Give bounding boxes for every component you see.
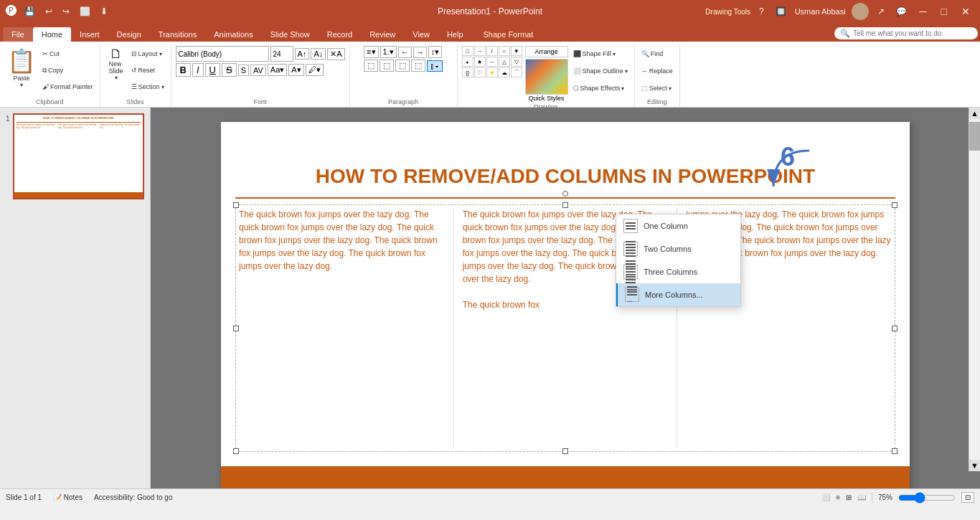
bullets-button[interactable]: ≡▾ [364, 46, 378, 58]
tab-review[interactable]: Review [361, 27, 404, 42]
shape-more-button[interactable]: ▼ [511, 46, 522, 56]
shape-oval-button[interactable]: ○ [499, 46, 510, 56]
align-left-button[interactable]: ⬚ [364, 60, 378, 72]
shape-star-button[interactable]: ★ [474, 57, 486, 67]
comments-icon[interactable]: 💬 [893, 5, 910, 18]
shape-heart-button[interactable]: ♡ [474, 67, 486, 77]
share-icon[interactable]: ↗ [875, 5, 887, 18]
shape-rect-button[interactable]: □ [462, 46, 473, 56]
view-reading-icon[interactable]: 📖 [857, 493, 866, 501]
increase-font-button[interactable]: A↑ [295, 48, 310, 60]
columns-button[interactable]: ⫿▾ [427, 60, 443, 72]
tab-home[interactable]: Home [33, 27, 71, 42]
scroll-down-button[interactable]: ▼ [969, 460, 980, 471]
highlight-button[interactable]: 🖊▾ [306, 64, 324, 76]
view-normal-icon[interactable]: ⬜ [821, 493, 830, 501]
shape-bracket-button[interactable]: {} [462, 67, 473, 77]
tab-slide-show[interactable]: Slide Show [262, 27, 319, 42]
two-columns-option[interactable]: Two Columns [616, 237, 740, 260]
maximize-btn[interactable]: □ [937, 4, 951, 19]
handle-bm[interactable] [562, 448, 568, 454]
arrange-button[interactable]: Arrange [525, 46, 568, 57]
shape-effects-button[interactable]: ⬡ Shape Effects ▾ [571, 80, 630, 96]
vertical-scrollbar[interactable]: ▲ ▼ [969, 108, 980, 471]
decrease-font-button[interactable]: A↓ [311, 48, 326, 60]
align-right-button[interactable]: ⬚ [395, 60, 410, 72]
clear-format-button[interactable]: ✕A [327, 48, 344, 60]
qat-present[interactable]: ⬜ [77, 5, 93, 18]
bold-button[interactable]: B [176, 63, 191, 77]
font-color-button[interactable]: A▾ [288, 64, 303, 76]
search-bar[interactable]: 🔍 [834, 27, 978, 39]
tab-insert[interactable]: Insert [71, 27, 108, 42]
tab-shape-format[interactable]: Shape Format [475, 27, 542, 42]
slide-thumbnail-1[interactable]: HOW TO REMOVE/ADD COLUMNS IN POWERPOINT … [13, 113, 144, 199]
qat-save[interactable]: 💾 [22, 5, 38, 18]
shadow-button[interactable]: S [238, 65, 249, 76]
quick-styles-button[interactable] [525, 59, 568, 95]
font-name-input[interactable] [176, 46, 269, 62]
find-button[interactable]: 🔍 Find [639, 46, 666, 62]
shape-down-button[interactable]: ▽ [511, 57, 522, 67]
notes-button[interactable]: 📝 Notes [53, 493, 83, 501]
section-button[interactable]: ☰ Section ▾ [129, 79, 166, 95]
handle-mr[interactable] [892, 326, 897, 331]
tab-help[interactable]: Help [438, 27, 472, 42]
tab-record[interactable]: Record [319, 27, 361, 42]
reset-button[interactable]: ↺ Reset [129, 62, 166, 78]
tab-view[interactable]: View [404, 27, 438, 42]
tab-file[interactable]: File [3, 27, 33, 42]
align-center-button[interactable]: ⬚ [380, 60, 394, 72]
shape-thunder-button[interactable]: ⚡ [486, 67, 498, 77]
handle-bl[interactable] [233, 448, 239, 454]
new-slide-button[interactable]: 🗋 NewSlide ▾ [105, 46, 128, 82]
shape-line-button[interactable]: / [486, 46, 498, 56]
text-case-button[interactable]: Aa▾ [268, 64, 287, 76]
paste-button[interactable]: 📋 Paste ▾ [4, 46, 39, 89]
rotation-handle[interactable] [562, 191, 568, 197]
view-outline-icon[interactable]: ≡ [836, 493, 840, 501]
more-columns-option[interactable]: ... More Columns... [616, 283, 740, 306]
format-painter-button[interactable]: 🖌 Format Painter [40, 79, 95, 95]
increase-indent-button[interactable]: → [413, 47, 427, 58]
view-slide-sorter-icon[interactable]: ⊞ [846, 493, 852, 501]
handle-ml[interactable] [233, 326, 239, 331]
layout-button[interactable]: ⊟ Layout ▾ [129, 46, 166, 62]
shape-callout-button[interactable]: ⬧ [462, 57, 473, 67]
select-button[interactable]: ⬚ Select ▾ [639, 80, 674, 96]
text-box[interactable]: The quick brown fox jumps over the lazy … [235, 204, 895, 452]
zoom-fit-button[interactable]: ⊡ [961, 492, 974, 503]
minimize-btn[interactable]: ─ [915, 4, 931, 19]
qat-more[interactable]: ⬇ [98, 5, 110, 18]
handle-br[interactable] [892, 448, 897, 454]
handle-tr[interactable] [892, 202, 897, 208]
shape-fill-button[interactable]: ⬛ Shape Fill ▾ [571, 46, 630, 62]
cut-button[interactable]: ✂ Cut [40, 46, 95, 62]
shape-arc-button[interactable]: ⌒ [511, 67, 522, 77]
zoom-slider[interactable] [898, 492, 956, 504]
italic-button[interactable]: I [192, 63, 204, 77]
copy-button[interactable]: ⧉ Copy [40, 62, 95, 78]
justify-button[interactable]: ⬚ [411, 60, 425, 72]
shape-chevron-button[interactable]: ⋯ [486, 57, 498, 67]
close-btn[interactable]: ✕ [957, 4, 974, 19]
numbering-button[interactable]: 1.▾ [380, 46, 397, 58]
handle-tm[interactable] [562, 202, 568, 208]
char-spacing-button[interactable]: AV [250, 65, 266, 76]
qat-redo[interactable]: ↪ [60, 5, 72, 18]
shape-triangle-button[interactable]: △ [499, 57, 510, 67]
scroll-up-button[interactable]: ▲ [969, 108, 980, 119]
shape-outline-button[interactable]: ⬜ Shape Outline ▾ [571, 63, 630, 79]
scroll-thumb[interactable] [969, 122, 980, 151]
line-spacing-button[interactable]: ↕▾ [428, 46, 443, 58]
help-icon[interactable]: ? [756, 5, 767, 18]
shape-arrow-button[interactable]: → [474, 46, 486, 56]
tab-transitions[interactable]: Transitions [150, 27, 205, 42]
underline-button[interactable]: U [205, 63, 220, 77]
decrease-indent-button[interactable]: ← [398, 47, 412, 58]
three-columns-option[interactable]: Three Columns [616, 260, 740, 283]
search-input[interactable] [853, 29, 968, 37]
strikethrough-button[interactable]: S [222, 63, 237, 77]
one-column-option[interactable]: One Column [616, 214, 740, 237]
tab-animations[interactable]: Animations [205, 27, 261, 42]
